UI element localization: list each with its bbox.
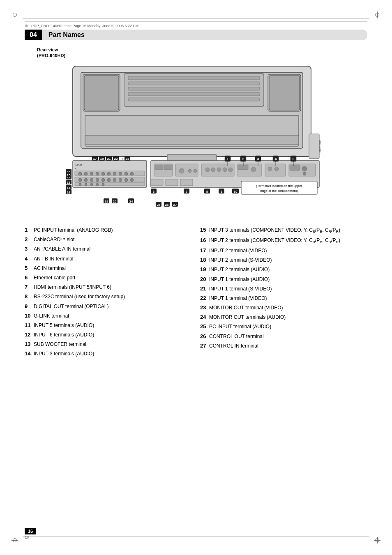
corner-mark-tr (374, 12, 380, 18)
svg-text:9: 9 (221, 190, 223, 193)
svg-point-35 (90, 178, 93, 182)
svg-rect-9 (128, 87, 260, 90)
list-item: 24 MONITOR OUT terminals (AUDIO) (200, 313, 367, 321)
parts-col-right: 15 INPUT 3 terminals (COMPONENT VIDEO: Y… (200, 226, 367, 360)
svg-point-37 (101, 178, 105, 182)
parts-col-left: 1 PC INPUT terminal (ANALOG RGB) 2 Cable… (25, 226, 192, 360)
svg-text:19: 19 (105, 200, 108, 203)
svg-point-64 (251, 167, 256, 172)
chapter-number: 04 (25, 30, 42, 40)
svg-point-36 (96, 178, 99, 182)
list-item: 12 INPUT 6 terminals (AUDIO) (25, 331, 192, 339)
svg-point-55 (194, 169, 197, 173)
page-number: 16 (25, 528, 36, 534)
list-item: 14 INPUT 3 terminals (AUDIO) (25, 350, 192, 357)
svg-text:17: 17 (93, 157, 97, 161)
svg-point-27 (101, 172, 105, 175)
list-item: 25 PC INPUT terminal (AUDIO) (200, 323, 367, 330)
svg-rect-5 (269, 76, 300, 110)
svg-text:1: 1 (226, 157, 228, 161)
svg-point-30 (119, 172, 122, 175)
svg-text:INPUT: INPUT (75, 164, 82, 166)
list-item: 11 INPUT 5 terminals (AUDIO) (25, 322, 192, 329)
rear-panel-diagram: upper edge INPUT A (40, 62, 352, 218)
svg-point-43 (79, 183, 81, 186)
svg-text:23: 23 (126, 157, 129, 161)
svg-point-33 (78, 178, 82, 182)
svg-text:7: 7 (186, 190, 188, 193)
svg-point-28 (107, 172, 111, 175)
svg-rect-7 (128, 76, 260, 80)
svg-text:10: 10 (234, 190, 238, 193)
file-info: ⊕ PDP_PRO1140HD.book Page 16 Monday, Jun… (25, 21, 367, 28)
svg-point-45 (90, 183, 93, 186)
svg-text:(Terminals located on the uppe: (Terminals located on the upper (256, 184, 302, 188)
rear-view-model: (PRO-940HD) (37, 53, 367, 58)
list-item: 21 INPUT 1 terminal (S-VIDEO) (200, 285, 367, 292)
corner-mark-br (374, 537, 380, 543)
svg-rect-69 (290, 165, 300, 170)
svg-text:upper edge: upper edge (318, 140, 321, 152)
list-item: 13 SUB WOOFER terminal (25, 341, 192, 348)
list-item: 26 CONTROL OUT terminal (200, 333, 367, 340)
file-info-text: PDP_PRO1140HD.book Page 16 Monday, June … (31, 24, 138, 28)
svg-rect-50 (155, 165, 163, 170)
list-item: 7 HDMI terminals (INPUT 5/INPUT 6) (25, 283, 192, 291)
list-item: 9 DIGITAL OUT terminal (OPTICAL) (25, 303, 192, 310)
list-item: 15 INPUT 3 terminals (COMPONENT VIDEO: Y… (200, 226, 367, 235)
diagram-container: upper edge INPUT A (25, 62, 367, 218)
content-area: Rear view (PRO-940HD) (25, 47, 367, 522)
svg-rect-10 (128, 92, 260, 96)
svg-point-58 (211, 168, 215, 172)
svg-rect-74 (180, 179, 193, 186)
svg-text:3: 3 (257, 157, 259, 161)
svg-point-47 (102, 183, 104, 186)
svg-text:14: 14 (67, 186, 71, 190)
svg-rect-15 (309, 134, 319, 159)
list-item: 22 INPUT 1 terminal (VIDEO) (200, 295, 367, 302)
svg-text:15: 15 (67, 173, 71, 177)
svg-text:5: 5 (292, 157, 294, 161)
svg-point-67 (274, 167, 279, 171)
svg-point-54 (188, 169, 191, 173)
footer-lang: En (25, 535, 29, 539)
list-item: 3 ANT/CABLE A IN terminal (25, 245, 192, 253)
svg-text:25: 25 (157, 203, 161, 207)
svg-point-40 (119, 178, 122, 182)
svg-point-57 (205, 168, 210, 172)
svg-text:2: 2 (242, 157, 244, 161)
list-item: 1 PC INPUT terminal (ANALOG RGB) (25, 226, 192, 234)
svg-point-53 (179, 168, 184, 173)
svg-text:18: 18 (100, 157, 104, 161)
svg-point-42 (130, 178, 134, 182)
svg-point-44 (85, 183, 87, 186)
svg-point-41 (125, 178, 128, 182)
svg-point-34 (84, 178, 88, 182)
svg-rect-63 (238, 165, 248, 170)
top-border (23, 18, 369, 19)
svg-rect-13 (85, 135, 299, 144)
svg-text:16: 16 (67, 191, 71, 194)
svg-point-24 (84, 172, 88, 175)
svg-point-71 (303, 172, 306, 175)
list-item: 2 CableCARD™ slot (25, 236, 192, 243)
svg-point-60 (223, 168, 227, 172)
svg-rect-51 (164, 165, 172, 170)
list-item: 8 RS-232C terminal (used for factory set… (25, 293, 192, 300)
corner-mark-bl (12, 537, 18, 543)
svg-text:8: 8 (206, 190, 208, 193)
svg-point-23 (78, 172, 82, 175)
list-item: 19 INPUT 2 terminals (AUDIO) (200, 266, 367, 273)
svg-text:20: 20 (113, 200, 117, 203)
list-item: 5 AC IN terminal (25, 265, 192, 272)
svg-text:21: 21 (107, 157, 111, 161)
list-item: 17 INPUT 2 terminal (VIDEO) (200, 247, 367, 254)
svg-text:22: 22 (114, 157, 118, 161)
bottom-border (23, 536, 369, 537)
corner-mark-tl (12, 12, 18, 18)
svg-text:/: / (122, 157, 123, 161)
svg-rect-3 (84, 76, 119, 110)
svg-point-59 (217, 168, 221, 172)
svg-text:26: 26 (165, 203, 169, 207)
list-item: 6 Ethernet cable port (25, 274, 192, 281)
